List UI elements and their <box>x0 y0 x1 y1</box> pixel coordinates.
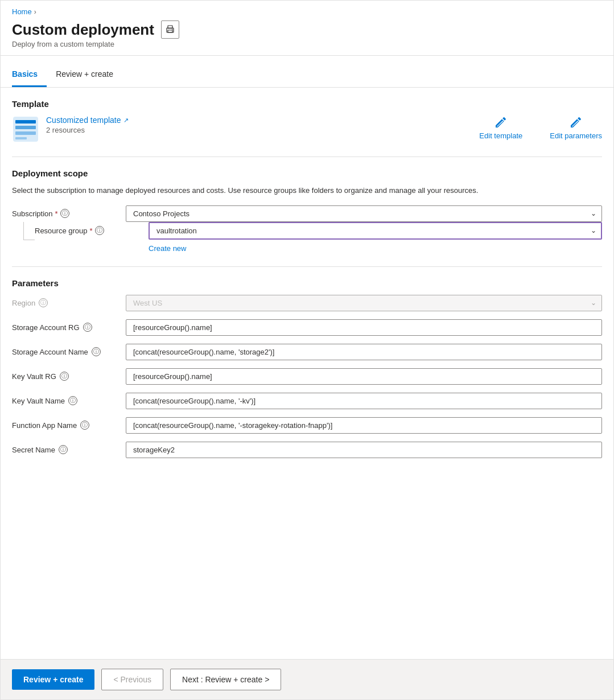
review-create-button[interactable]: Review + create <box>12 669 94 690</box>
deployment-scope-title: Deployment scope <box>12 168 602 178</box>
param-field-1: Storage Account Name ⓘ <box>12 344 602 360</box>
divider-2 <box>12 266 602 267</box>
param-field-2: Key Vault RG ⓘ <box>12 368 602 385</box>
subscription-label: Subscription * ⓘ <box>12 209 126 218</box>
page-subtitle: Deploy from a custom template <box>12 40 602 48</box>
region-row: Region ⓘ West US ⌄ <box>12 295 602 311</box>
param-field-3: Key Vault Name ⓘ <box>12 393 602 409</box>
footer: Review + create < Previous Next : Review… <box>1 659 613 699</box>
edit-parameters-button[interactable]: Edit parameters <box>550 116 602 140</box>
svg-rect-6 <box>15 126 36 129</box>
tabs-row: Basics Review + create <box>1 56 613 88</box>
subscription-info-icon[interactable]: ⓘ <box>60 209 69 218</box>
resource-group-info-icon[interactable]: ⓘ <box>95 226 104 235</box>
create-new-link[interactable]: Create new <box>149 244 186 253</box>
svg-rect-8 <box>15 137 27 139</box>
param-field-5: Secret Name ⓘ <box>12 442 602 458</box>
param-4-input[interactable] <box>126 417 602 434</box>
page-title: Custom deployment <box>12 20 602 39</box>
external-link-icon: ↗ <box>123 117 129 124</box>
template-details: Customized template ↗ 2 resources <box>46 116 129 134</box>
main-content: Template Customized template ↗ <box>1 88 613 659</box>
deployment-scope-section: Deployment scope Select the subscription… <box>12 168 602 253</box>
breadcrumb-home[interactable]: Home <box>12 7 32 16</box>
param-1-info-icon[interactable]: ⓘ <box>92 347 101 356</box>
next-button[interactable]: Next : Review + create > <box>170 669 281 690</box>
tab-review-create[interactable]: Review + create <box>56 65 122 87</box>
template-name-link[interactable]: Customized template ↗ <box>46 116 129 125</box>
resource-group-label: Resource group * ⓘ <box>35 226 149 235</box>
parameters-section: Parameters Region ⓘ West US ⌄ Storage Ac… <box>12 278 602 458</box>
template-info: Customized template ↗ 2 resources <box>12 116 129 143</box>
param-3-input[interactable] <box>126 393 602 409</box>
param-5-input[interactable] <box>126 442 602 458</box>
subscription-row: Subscription * ⓘ Contoso Projects ⌄ <box>12 205 602 222</box>
param-3-info-icon[interactable]: ⓘ <box>68 396 77 405</box>
param-field-4: Function App Name ⓘ <box>12 417 602 434</box>
breadcrumb-separator: › <box>34 8 36 16</box>
template-icon <box>12 116 39 143</box>
resource-group-row: Resource group * ⓘ vaultrotation ⌄ <box>35 222 602 240</box>
parameters-title: Parameters <box>12 278 602 288</box>
template-actions: Edit template Edit parameters <box>479 116 602 140</box>
previous-button[interactable]: < Previous <box>101 669 163 690</box>
tab-basics[interactable]: Basics <box>12 65 47 87</box>
svg-point-3 <box>172 29 173 30</box>
param-0-input[interactable] <box>126 319 602 336</box>
svg-rect-2 <box>168 30 172 32</box>
svg-rect-5 <box>15 120 36 123</box>
svg-rect-7 <box>15 131 36 135</box>
divider-1 <box>12 157 602 157</box>
print-icon[interactable] <box>161 20 179 39</box>
param-0-info-icon[interactable]: ⓘ <box>83 323 92 332</box>
template-row: Customized template ↗ 2 resources Edit t… <box>12 116 602 143</box>
template-resources: 2 resources <box>46 126 129 134</box>
subscription-select[interactable]: Contoso Projects <box>126 205 602 222</box>
region-info-icon[interactable]: ⓘ <box>39 298 48 307</box>
template-section-title: Template <box>12 99 602 109</box>
param-4-info-icon[interactable]: ⓘ <box>80 421 89 430</box>
resource-group-select[interactable]: vaultrotation <box>149 222 602 240</box>
param-field-0: Storage Account RG ⓘ <box>12 319 602 336</box>
param-2-input[interactable] <box>126 368 602 385</box>
subscription-control: Contoso Projects ⌄ <box>126 205 602 222</box>
scope-description: Select the subscription to manage deploy… <box>12 185 602 196</box>
resource-group-control: vaultrotation ⌄ <box>149 222 602 240</box>
param-1-input[interactable] <box>126 344 602 360</box>
region-label: Region ⓘ <box>12 298 126 307</box>
region-control: West US ⌄ <box>126 295 602 311</box>
region-select[interactable]: West US <box>126 295 602 311</box>
param-5-info-icon[interactable]: ⓘ <box>59 445 68 454</box>
param-2-info-icon[interactable]: ⓘ <box>60 372 69 381</box>
edit-template-button[interactable]: Edit template <box>479 116 522 140</box>
breadcrumb: Home › <box>1 1 613 18</box>
page-header: Custom deployment Deploy from a custom t… <box>1 18 613 56</box>
